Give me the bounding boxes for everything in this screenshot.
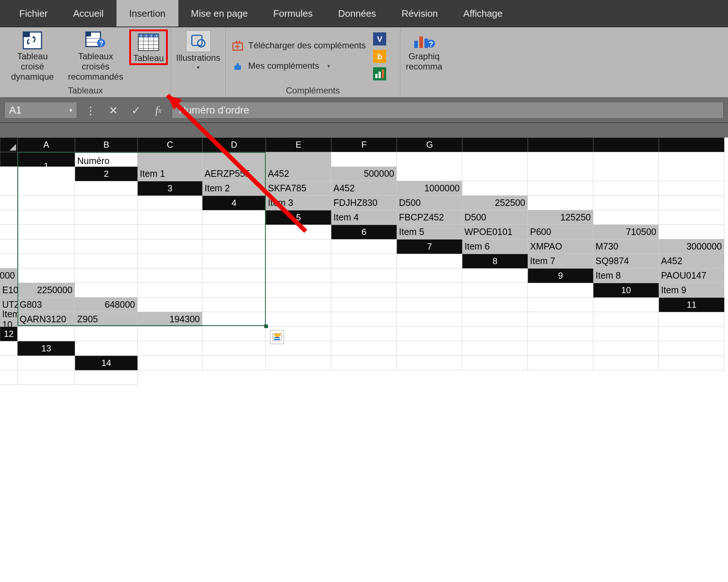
cell[interactable] <box>75 370 138 385</box>
cell[interactable] <box>331 283 397 298</box>
cell[interactable] <box>659 181 724 196</box>
cell[interactable] <box>75 341 138 356</box>
cell[interactable] <box>266 239 331 254</box>
cell[interactable]: 3000000 <box>659 239 724 254</box>
column-header[interactable]: A <box>17 137 75 152</box>
cell[interactable]: D500 <box>462 210 528 225</box>
people-graph-icon[interactable] <box>373 67 386 80</box>
tab-insertion[interactable]: Insertion <box>116 0 178 27</box>
row-header[interactable]: 2 <box>75 167 138 181</box>
cell[interactable] <box>0 210 17 225</box>
cell[interactable]: 1500000 <box>0 268 17 283</box>
cell[interactable] <box>202 356 266 370</box>
download-addins-button[interactable]: Télécharger des compléments <box>232 40 366 51</box>
table-button[interactable]: Tableau <box>129 29 168 65</box>
cell[interactable] <box>75 239 138 254</box>
cell[interactable] <box>75 254 138 268</box>
cell[interactable]: Item 10 <box>0 312 17 327</box>
cell[interactable] <box>202 298 266 312</box>
cell[interactable] <box>593 356 659 370</box>
cell[interactable] <box>138 268 202 283</box>
column-header[interactable] <box>0 152 17 167</box>
cell[interactable] <box>75 268 138 283</box>
tab-formules[interactable]: Formules <box>261 0 325 27</box>
cell[interactable] <box>17 327 75 341</box>
cell[interactable]: A452 <box>659 254 724 268</box>
column-header[interactable]: E <box>266 137 331 152</box>
cell[interactable] <box>202 210 266 225</box>
cell[interactable]: WPOE0101 <box>462 225 528 239</box>
illustrations-button[interactable]: Illustrations ▾ <box>173 30 224 70</box>
cell[interactable] <box>593 298 659 312</box>
cell[interactable]: PAOU0147 <box>659 268 724 283</box>
cell[interactable] <box>0 254 17 268</box>
cancel-button[interactable]: ✕ <box>104 102 122 119</box>
cell[interactable] <box>331 312 397 327</box>
cell[interactable] <box>138 327 202 341</box>
cell[interactable] <box>397 341 462 356</box>
cell[interactable] <box>0 196 17 210</box>
recommended-pivot-tables-button[interactable]: ? Tableaux croisés recommandés <box>62 30 129 82</box>
cell[interactable] <box>138 210 202 225</box>
cell[interactable] <box>593 196 659 210</box>
tab-revision[interactable]: Révision <box>389 0 451 27</box>
cell[interactable]: M730 <box>593 239 659 254</box>
cell[interactable] <box>266 298 331 312</box>
cell[interactable]: FBCPZ452 <box>397 210 462 225</box>
cell[interactable] <box>528 283 593 298</box>
cell[interactable] <box>266 312 331 327</box>
cell[interactable]: 710500 <box>593 225 659 239</box>
cell[interactable] <box>202 283 266 298</box>
cell[interactable] <box>202 268 266 283</box>
cell[interactable] <box>659 312 724 327</box>
cell[interactable] <box>593 341 659 356</box>
cell[interactable] <box>528 341 593 356</box>
quick-analysis-button[interactable] <box>270 330 284 344</box>
cell[interactable] <box>397 268 462 283</box>
column-header[interactable]: F <box>331 137 397 152</box>
cell[interactable] <box>138 239 202 254</box>
row-header[interactable]: 6 <box>331 225 397 239</box>
cell[interactable] <box>462 327 528 341</box>
column-header[interactable] <box>659 137 724 152</box>
bing-icon[interactable]: b <box>373 50 386 63</box>
cell[interactable] <box>397 254 462 268</box>
cell[interactable] <box>462 356 528 370</box>
cell[interactable] <box>0 225 17 239</box>
cell[interactable]: SKFA785 <box>266 181 331 196</box>
cell[interactable] <box>397 312 462 327</box>
cell[interactable] <box>331 254 397 268</box>
cell[interactable] <box>0 370 17 385</box>
row-header[interactable]: 5 <box>266 210 331 225</box>
cell[interactable] <box>75 283 138 298</box>
cell[interactable] <box>331 298 397 312</box>
cell[interactable] <box>397 283 462 298</box>
cell[interactable] <box>462 167 528 181</box>
cell[interactable]: Item 1 <box>138 167 202 181</box>
cell[interactable] <box>138 196 202 210</box>
cell[interactable] <box>202 239 266 254</box>
cell[interactable] <box>138 341 202 356</box>
cell[interactable] <box>0 356 17 370</box>
row-header[interactable]: 13 <box>17 341 75 356</box>
cell[interactable]: D500 <box>397 196 462 210</box>
cell[interactable] <box>75 181 138 196</box>
cell[interactable] <box>202 341 266 356</box>
cell[interactable]: Item 8 <box>593 268 659 283</box>
recommended-charts-button[interactable]: ? Graphiq recomma <box>402 30 446 72</box>
pivot-table-button[interactable]: Tableau croisé dynamique <box>3 30 62 82</box>
cell[interactable]: 252500 <box>462 196 528 210</box>
cell[interactable] <box>0 239 17 254</box>
cell[interactable] <box>331 268 397 283</box>
cell[interactable] <box>462 341 528 356</box>
cell[interactable] <box>17 196 75 210</box>
column-header[interactable] <box>593 137 659 152</box>
cell[interactable] <box>331 341 397 356</box>
cell[interactable]: A452 <box>331 181 397 196</box>
cell[interactable] <box>17 268 75 283</box>
cell[interactable] <box>331 239 397 254</box>
cell[interactable]: Item 9 <box>659 283 724 298</box>
cell[interactable]: 125250 <box>528 210 593 225</box>
cell[interactable] <box>17 370 75 385</box>
cell[interactable] <box>266 254 331 268</box>
